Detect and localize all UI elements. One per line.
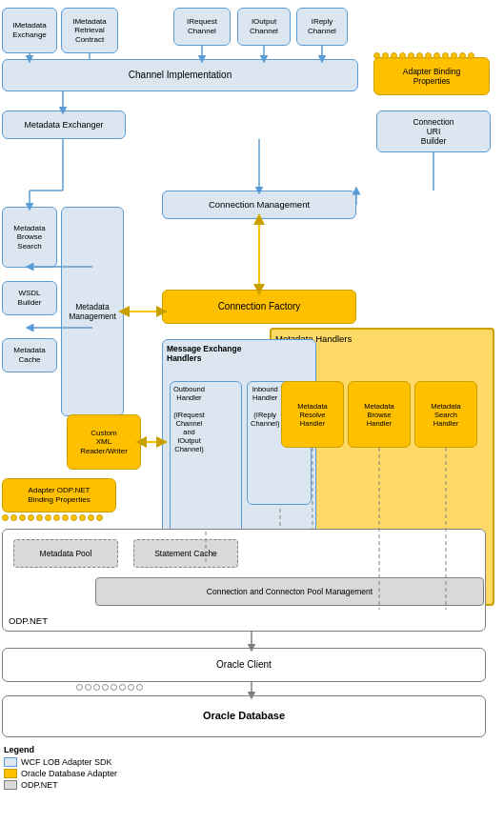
imetadata-retrieval-box: IMetadataRetrievalContract <box>61 8 118 53</box>
legend-item-odp: ODP.NET <box>4 780 117 790</box>
oracle-client-box: Oracle Client <box>2 648 486 682</box>
wsdl-builder-box: WSDLBuilder <box>2 281 57 315</box>
conn-pool-mgmt-box: Connection and Connecton Pool Management <box>95 577 484 606</box>
ioutput-channel-box: IOutputChannel <box>237 8 291 46</box>
adapter-binding-box: Adapter BindingProperties <box>373 57 490 95</box>
oracle-database-box: Oracle Database <box>2 695 486 737</box>
statement-cache-box: Statement Cache <box>133 539 238 568</box>
ireply-channel-box: IReplyChannel <box>296 8 348 46</box>
legend-title: Legend <box>4 745 117 754</box>
legend-item-wcf: WCF LOB Adapter SDK <box>4 757 117 767</box>
metadata-browse-search-box: MetadataBrowseSearch <box>2 207 57 268</box>
connection-factory-box: Connection Factory <box>162 290 356 324</box>
oracle-client-circles <box>76 684 143 691</box>
legend: Legend WCF LOB Adapter SDK Oracle Databa… <box>4 745 117 792</box>
adapter-odp-binding-box: Adapter ODP.NETBinding Properties <box>2 478 116 512</box>
metadata-resolve-handler-box: MetadataResolveHandler <box>281 381 344 448</box>
metadata-search-handler-box: MetadataSearchHandler <box>414 381 477 448</box>
legend-item-oracle: Oracle Database Adapter <box>4 769 117 778</box>
odp-binding-circles <box>2 514 103 521</box>
metadata-pool-box: Metadata Pool <box>13 539 118 568</box>
metadata-mgmt-box: MetadataManagement <box>61 207 124 416</box>
irequest-channel-box: IRequestChannel <box>173 8 231 46</box>
custom-xml-box: CustomXMLReader/Writer <box>67 414 141 470</box>
metadata-browse-handler-box: MetadataBrowseHandler <box>348 381 411 448</box>
adapter-binding-circles <box>373 52 474 59</box>
architecture-diagram: IMetadata Exchange IMetadataRetrievalCon… <box>0 0 504 824</box>
connection-uri-box: ConnectionURIBuilder <box>376 111 491 152</box>
connection-mgmt-box: Connection Management <box>162 191 356 219</box>
metadata-exchanger-box: Metadata Exchanger <box>2 111 126 139</box>
imetadata-exchange-box: IMetadata Exchange <box>2 8 57 53</box>
metadata-cache-box: MetadataCache <box>2 338 57 372</box>
channel-impl-box: Channel Implementation <box>2 59 358 91</box>
